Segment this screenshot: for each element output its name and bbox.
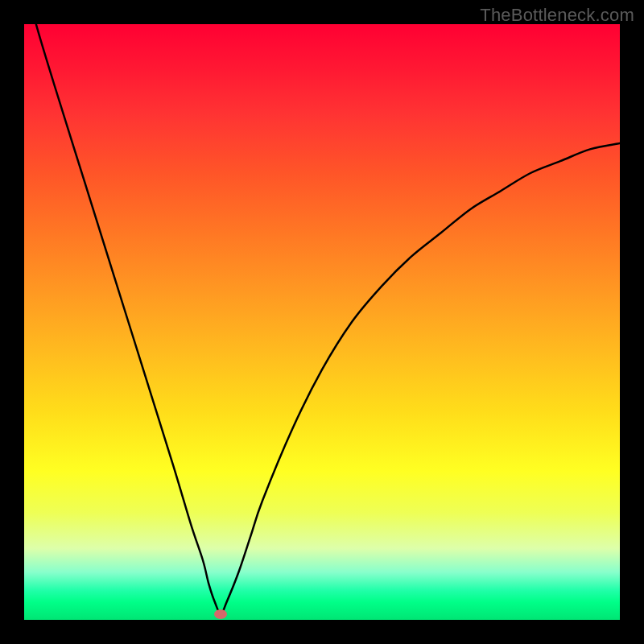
chart-container: TheBottleneck.com [0,0,644,644]
bottleneck-curve-path [24,24,620,614]
curve-svg [24,24,620,620]
min-marker [214,609,227,619]
plot-area [24,24,620,620]
watermark-text: TheBottleneck.com [480,5,634,26]
